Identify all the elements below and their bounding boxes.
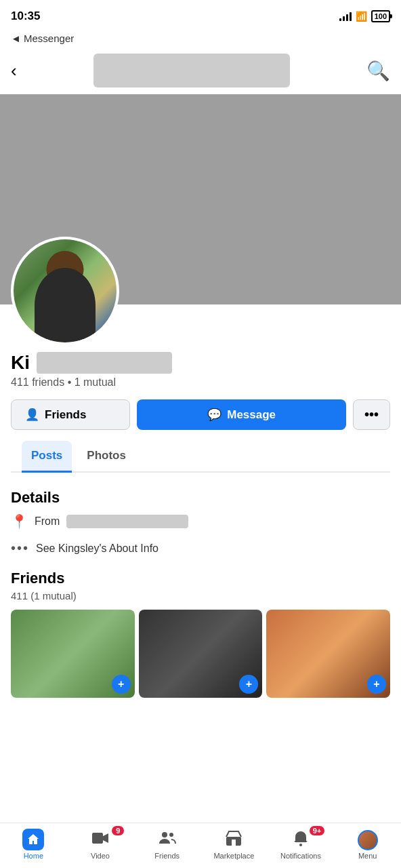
profile-name-row: Ki xyxy=(11,352,390,374)
notifications-icon xyxy=(291,829,310,850)
wifi-icon: 📶 xyxy=(356,11,367,22)
nav-menu-label: Menu xyxy=(358,852,377,860)
cover-photo xyxy=(0,94,401,304)
from-value-blur xyxy=(66,515,188,528)
status-time: 10:35 xyxy=(11,9,40,23)
notifications-badge: 9+ xyxy=(310,826,325,835)
see-about-row[interactable]: ••• See Kingsley's About Info xyxy=(0,540,401,556)
page-header: ‹ 🔍 xyxy=(0,50,401,94)
nav-menu[interactable]: Menu xyxy=(334,823,401,863)
status-icons: 📶 100 xyxy=(339,10,390,22)
tab-posts[interactable]: Posts xyxy=(22,441,72,473)
signal-icon xyxy=(339,12,352,21)
video-icon xyxy=(91,829,110,850)
friend-add-icon-3: + xyxy=(367,675,386,694)
bottom-nav: Home 9 Video Friends xyxy=(0,823,401,868)
more-details-icon: ••• xyxy=(11,540,29,556)
svg-rect-0 xyxy=(92,833,103,844)
nav-notifications[interactable]: 9+ Notifications xyxy=(268,823,335,863)
friends-subtitle: 411 (1 mutual) xyxy=(11,590,390,601)
marketplace-icon xyxy=(224,829,243,850)
nav-marketplace-label: Marketplace xyxy=(213,852,254,860)
nav-video[interactable]: 9 Video xyxy=(67,823,134,863)
tab-photos[interactable]: Photos xyxy=(77,441,135,473)
nav-marketplace[interactable]: Marketplace xyxy=(200,823,268,863)
friend-thumb-2[interactable]: + xyxy=(139,610,263,698)
message-button[interactable]: 💬 Message xyxy=(137,399,346,430)
menu-avatar xyxy=(358,830,378,850)
messenger-icon: 💬 xyxy=(207,408,221,422)
messenger-nav-bar: ◄ Messenger xyxy=(0,30,401,50)
video-badge: 9 xyxy=(112,826,124,835)
home-icon xyxy=(22,829,44,850)
friend-add-icon-1: + xyxy=(112,675,131,694)
from-label: From xyxy=(35,515,60,528)
nav-friends-label: Friends xyxy=(154,852,180,860)
friend-thumb-1[interactable]: + xyxy=(11,610,135,698)
friends-header: Friends xyxy=(11,570,390,587)
friends-section: Friends 411 (1 mutual) + + + xyxy=(0,570,401,698)
profile-name-header-blur xyxy=(93,54,290,87)
nav-friends[interactable]: Friends xyxy=(133,823,200,863)
details-section: Details 📍 From xyxy=(0,489,401,530)
profile-info-section: Ki 411 friends • 1 mutual 👤 Friends 💬 Me… xyxy=(0,352,401,489)
profile-name-blur xyxy=(37,352,172,374)
location-icon: 📍 xyxy=(11,513,28,530)
svg-point-5 xyxy=(299,844,302,846)
nav-video-label: Video xyxy=(91,852,110,860)
messenger-back-label[interactable]: ◄ Messenger xyxy=(11,33,74,44)
nav-notifications-label: Notifications xyxy=(280,852,321,860)
friends-nav-icon xyxy=(158,829,177,850)
friends-title: Friends xyxy=(11,570,64,587)
profile-picture[interactable] xyxy=(11,237,119,345)
svg-point-1 xyxy=(162,832,167,837)
friends-button[interactable]: 👤 Friends xyxy=(11,399,130,430)
nav-home[interactable]: Home xyxy=(0,823,67,863)
from-detail-row: 📍 From xyxy=(11,513,390,530)
battery-icon: 100 xyxy=(371,10,390,22)
status-bar: 10:35 📶 100 xyxy=(0,0,401,30)
more-button[interactable]: ••• xyxy=(353,399,390,430)
nav-home-label: Home xyxy=(24,852,43,860)
friends-grid: + + + xyxy=(11,610,390,698)
profile-name-initial: Ki xyxy=(11,352,30,374)
search-button[interactable]: 🔍 xyxy=(366,60,390,82)
details-title: Details xyxy=(11,489,390,507)
profile-tabs: Posts Photos xyxy=(11,441,390,473)
see-about-label: See Kingsley's About Info xyxy=(36,542,159,555)
svg-rect-4 xyxy=(232,840,236,846)
friends-icon: 👤 xyxy=(25,408,39,422)
back-button[interactable]: ‹ xyxy=(11,60,17,81)
svg-point-2 xyxy=(169,833,173,837)
friend-add-icon-2: + xyxy=(239,675,258,694)
action-buttons: 👤 Friends 💬 Message ••• xyxy=(11,399,390,430)
profile-friends-count: 411 friends • 1 mutual xyxy=(11,376,390,389)
friend-thumb-3[interactable]: + xyxy=(266,610,390,698)
